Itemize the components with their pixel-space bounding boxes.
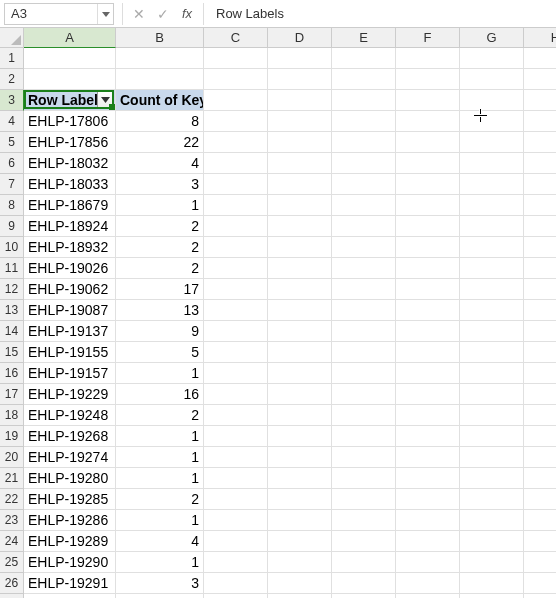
cell[interactable]: [524, 195, 556, 216]
cell[interactable]: EHLP-17856: [24, 132, 116, 153]
cell[interactable]: [396, 552, 460, 573]
cell[interactable]: [204, 153, 268, 174]
cell[interactable]: [524, 489, 556, 510]
cell[interactable]: [268, 552, 332, 573]
column-header-b[interactable]: B: [116, 28, 204, 48]
cell[interactable]: [332, 573, 396, 594]
cell[interactable]: 2: [116, 237, 204, 258]
cell[interactable]: EHLP-19026: [24, 258, 116, 279]
cell[interactable]: [116, 69, 204, 90]
cell[interactable]: EHLP-19062: [24, 279, 116, 300]
row-header[interactable]: 26: [0, 573, 24, 594]
row-header[interactable]: 2: [0, 69, 24, 90]
cell[interactable]: [204, 447, 268, 468]
cell[interactable]: [332, 342, 396, 363]
cell[interactable]: [460, 195, 524, 216]
cell[interactable]: [460, 237, 524, 258]
cell[interactable]: [524, 552, 556, 573]
cell[interactable]: 2: [116, 489, 204, 510]
cell[interactable]: [332, 426, 396, 447]
cell[interactable]: [460, 468, 524, 489]
cell[interactable]: EHLP-18924: [24, 216, 116, 237]
row-header[interactable]: 21: [0, 468, 24, 489]
cell[interactable]: [204, 300, 268, 321]
cell[interactable]: [332, 216, 396, 237]
cell[interactable]: [524, 468, 556, 489]
row-header[interactable]: 10: [0, 237, 24, 258]
cell[interactable]: [268, 321, 332, 342]
cell[interactable]: [332, 69, 396, 90]
filter-dropdown-button[interactable]: [97, 91, 114, 108]
cell[interactable]: [268, 342, 332, 363]
row-header[interactable]: 9: [0, 216, 24, 237]
cell[interactable]: [204, 468, 268, 489]
cell[interactable]: EHLP-19248: [24, 405, 116, 426]
cell[interactable]: [268, 237, 332, 258]
cell[interactable]: 13: [116, 300, 204, 321]
cell[interactable]: [204, 48, 268, 69]
cell[interactable]: [460, 594, 524, 598]
cell[interactable]: 9: [116, 321, 204, 342]
cell[interactable]: [524, 384, 556, 405]
cell[interactable]: [204, 510, 268, 531]
cell[interactable]: [332, 111, 396, 132]
cell[interactable]: [332, 531, 396, 552]
cell[interactable]: [204, 405, 268, 426]
cell[interactable]: EHLP-19290: [24, 552, 116, 573]
cell[interactable]: [524, 132, 556, 153]
cell[interactable]: [204, 216, 268, 237]
cell[interactable]: [268, 195, 332, 216]
cell[interactable]: 2: [116, 216, 204, 237]
cell[interactable]: [460, 132, 524, 153]
column-header-c[interactable]: C: [204, 28, 268, 48]
cell[interactable]: EHLP-18033: [24, 174, 116, 195]
cell[interactable]: [396, 531, 460, 552]
cell[interactable]: [204, 594, 268, 598]
cell[interactable]: [268, 258, 332, 279]
cell[interactable]: [204, 111, 268, 132]
cell[interactable]: 8: [116, 111, 204, 132]
cell[interactable]: [396, 111, 460, 132]
cell[interactable]: [332, 153, 396, 174]
cell[interactable]: [396, 426, 460, 447]
row-header[interactable]: 14: [0, 321, 24, 342]
cell[interactable]: [524, 258, 556, 279]
cell[interactable]: [268, 489, 332, 510]
cell[interactable]: [524, 300, 556, 321]
cell[interactable]: [332, 174, 396, 195]
cell[interactable]: [460, 384, 524, 405]
cell[interactable]: [24, 69, 116, 90]
cell[interactable]: 17: [116, 279, 204, 300]
cell[interactable]: EHLP-19291: [24, 573, 116, 594]
cell[interactable]: [524, 69, 556, 90]
cell[interactable]: [396, 132, 460, 153]
cell[interactable]: 2: [116, 405, 204, 426]
cell[interactable]: [460, 552, 524, 573]
cell[interactable]: 5: [116, 342, 204, 363]
cell[interactable]: [332, 237, 396, 258]
cell[interactable]: EHLP-19292: [24, 594, 116, 598]
cell[interactable]: [524, 111, 556, 132]
cell[interactable]: [268, 216, 332, 237]
cell[interactable]: [524, 447, 556, 468]
cell[interactable]: [332, 48, 396, 69]
cell[interactable]: [204, 531, 268, 552]
cell[interactable]: [268, 510, 332, 531]
cell[interactable]: [460, 342, 524, 363]
cell[interactable]: EHLP-18032: [24, 153, 116, 174]
cell[interactable]: [332, 489, 396, 510]
cell[interactable]: 4: [116, 594, 204, 598]
cell[interactable]: [460, 279, 524, 300]
cell[interactable]: [524, 48, 556, 69]
cell[interactable]: [332, 405, 396, 426]
cell[interactable]: [524, 237, 556, 258]
cell[interactable]: [524, 573, 556, 594]
cell[interactable]: [524, 531, 556, 552]
cell[interactable]: [460, 69, 524, 90]
cell[interactable]: [396, 300, 460, 321]
cell[interactable]: [268, 90, 332, 111]
row-header[interactable]: 5: [0, 132, 24, 153]
cell[interactable]: [460, 510, 524, 531]
cell[interactable]: [204, 69, 268, 90]
cell[interactable]: [204, 321, 268, 342]
